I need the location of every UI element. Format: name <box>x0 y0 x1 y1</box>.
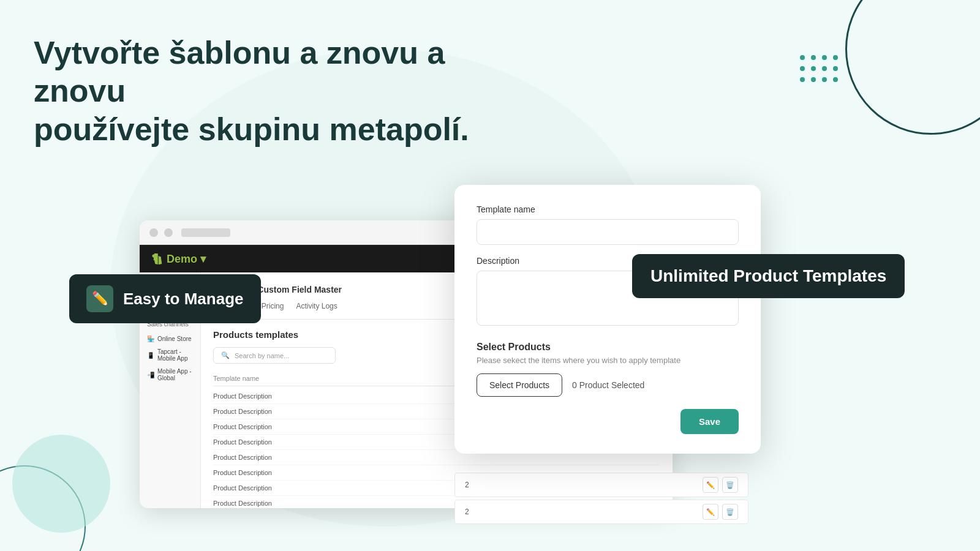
badge-icon: ✏️ <box>86 285 113 312</box>
badge-label: Easy to Manage <box>123 290 244 309</box>
select-products-title: Select Products <box>477 342 739 353</box>
form-panel: Template name Description Select Product… <box>454 185 761 454</box>
heading-line1: Vytvořte šablonu a znovu a znovu <box>34 35 445 108</box>
nav-item-activity-logs[interactable]: Activity Logs <box>296 302 337 314</box>
unlimited-badge-label: Unlimited Product Templates <box>650 266 886 285</box>
unlimited-badge: Unlimited Product Templates <box>632 254 905 298</box>
shopify-demo-label: Demo ▾ <box>167 252 206 266</box>
browser-control-2 <box>164 228 173 237</box>
browser-control-1 <box>149 228 158 237</box>
save-button[interactable]: Save <box>680 409 739 434</box>
main-heading: Vytvořte šablonu a znovu a znovu používe… <box>34 34 499 148</box>
heading-line2: používejte skupinu metapolí. <box>34 111 469 147</box>
select-products-button[interactable]: Select Products <box>477 373 562 397</box>
delete-icon-2[interactable]: 🗑️ <box>722 504 738 520</box>
form-footer: Save <box>477 409 739 434</box>
sidebar-item-online-store[interactable]: 🏪 Online Store <box>140 332 200 345</box>
shopify-logo: Demo ▾ <box>152 252 206 266</box>
col-header-name: Template name <box>213 375 299 382</box>
row-actions-2: ✏️ 🗑️ <box>703 504 738 520</box>
template-name-input[interactable] <box>477 219 739 245</box>
select-products-subtitle: Please sekect the items where you wish t… <box>477 356 739 365</box>
row-number-1: 2 <box>465 481 469 489</box>
delete-icon-1[interactable]: 🗑️ <box>722 477 738 493</box>
sidebar-item-tapcart[interactable]: 📱 Tapcart - Mobile App <box>140 345 200 365</box>
table-row-bottom-1: 2 ✏️ 🗑️ <box>454 473 748 497</box>
decorative-circle-top-right <box>845 0 980 135</box>
nav-item-pricing[interactable]: Pricing <box>262 302 284 314</box>
search-icon: 🔍 <box>221 351 230 359</box>
product-count-label: 0 Product Selected <box>572 380 644 390</box>
sidebar-item-mobile-app[interactable]: 📲 Mobile App - Global <box>140 365 200 384</box>
bottom-table-rows: 2 ✏️ 🗑️ 2 ✏️ 🗑️ <box>454 473 748 527</box>
template-name-label: Template name <box>477 204 739 214</box>
template-search-bar[interactable]: 🔍 Search by name... <box>213 347 336 364</box>
browser-address-bar <box>181 228 230 237</box>
row-actions-1: ✏️ 🗑️ <box>703 477 738 493</box>
edit-icon-2[interactable]: ✏️ <box>703 504 718 520</box>
edit-icon-1[interactable]: ✏️ <box>703 477 718 493</box>
table-row-bottom-2: 2 ✏️ 🗑️ <box>454 500 748 524</box>
search-placeholder-text: Search by name... <box>235 352 289 359</box>
select-products-row: Select Products 0 Product Selected <box>477 373 739 397</box>
row-number-2: 2 <box>465 508 469 516</box>
decorative-blob-bottom-left <box>12 435 110 533</box>
select-products-section: Select Products Please sekect the items … <box>477 342 739 397</box>
easy-to-manage-badge: ✏️ Easy to Manage <box>69 274 261 323</box>
decorative-dots-grid <box>800 55 839 83</box>
